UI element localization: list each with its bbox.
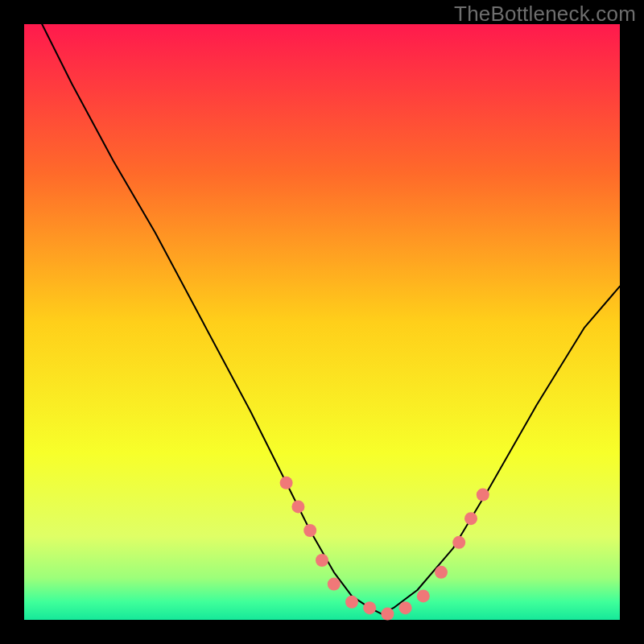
curve-marker xyxy=(452,536,465,549)
curve-marker xyxy=(464,512,477,525)
chart-svg xyxy=(0,0,644,644)
curve-marker xyxy=(328,578,341,591)
curve-marker xyxy=(303,524,316,537)
gradient-background xyxy=(24,24,620,620)
curve-marker xyxy=(345,596,358,609)
curve-marker xyxy=(435,566,448,579)
curve-marker xyxy=(477,489,489,502)
curve-marker xyxy=(417,589,430,602)
curve-marker xyxy=(363,601,376,614)
curve-marker xyxy=(316,554,328,567)
curve-marker xyxy=(399,601,412,614)
watermark-label: TheBottleneck.com xyxy=(454,2,636,27)
chart-container: TheBottleneck.com xyxy=(0,0,644,644)
curve-marker xyxy=(291,500,304,513)
curve-marker xyxy=(280,477,293,489)
curve-marker xyxy=(381,608,394,621)
